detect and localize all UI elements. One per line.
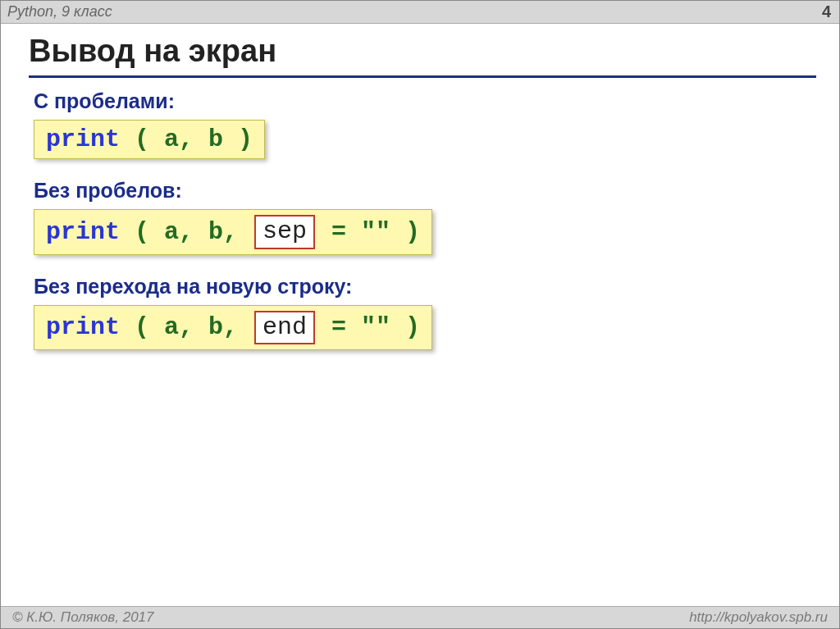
page-number: 4	[822, 2, 831, 21]
code-text: ( a, b )	[120, 125, 253, 153]
content-area: Вывод на экран С пробелами: print ( a, b…	[1, 24, 839, 606]
slide-title: Вывод на экран	[29, 34, 816, 78]
section-spaces-label: С пробелами:	[34, 89, 816, 113]
copyright: © К.Ю. Поляков, 2017	[12, 609, 154, 626]
param-sep: sep	[254, 215, 315, 249]
section-nonewline-label: Без перехода на новую строку:	[34, 275, 816, 299]
keyword-print: print	[46, 313, 120, 341]
footer-url: http://kpolyakov.spb.ru	[689, 609, 828, 626]
code-nospaces: print ( a, b, sep = "" )	[34, 209, 432, 255]
code-spaces: print ( a, b )	[34, 120, 265, 159]
footer-bar: © К.Ю. Поляков, 2017 http://kpolyakov.sp…	[1, 606, 839, 628]
keyword-print: print	[46, 218, 120, 246]
code-text: = "" )	[317, 218, 420, 246]
slide: Python, 9 класс 4 Вывод на экран С пробе…	[0, 0, 840, 629]
code-nonewline: print ( a, b, end = "" )	[34, 305, 432, 351]
course-label: Python, 9 класс	[7, 3, 112, 21]
header-bar: Python, 9 класс 4	[1, 1, 839, 24]
keyword-print: print	[46, 125, 120, 153]
section-nospaces-label: Без пробелов:	[34, 179, 816, 203]
code-text: = "" )	[317, 313, 420, 341]
param-end: end	[254, 311, 315, 345]
code-text: ( a, b,	[120, 218, 253, 246]
code-text: ( a, b,	[120, 313, 253, 341]
